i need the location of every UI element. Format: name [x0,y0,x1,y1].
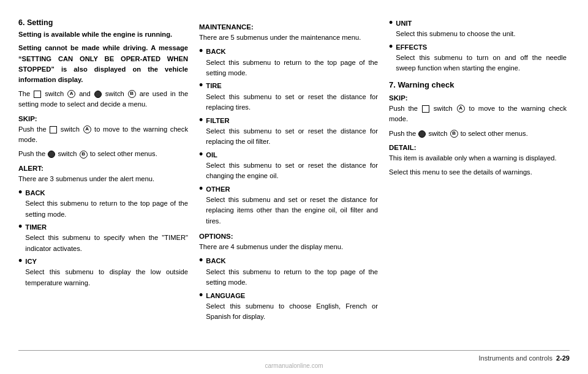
list-item: • FILTER Select this submenu to set or r… [199,116,378,148]
list-item: • LANGUAGE Select this submenu to choose… [199,291,378,323]
footer: Instruments and controls 2-29 [18,350,570,362]
bullet-dot: • [199,183,203,194]
bullet-dot: • [389,41,393,52]
maintenance-bullets: • BACK Select this submenu to return to … [199,47,378,226]
list-item: • TIRE Select this submenu to set or res… [199,81,378,113]
skip-label-a-left: A [83,125,91,133]
list-item: • OTHER Select this submenu and set or r… [199,184,378,226]
list-item: • EFFECTS Select this submenu to turn on… [389,42,567,74]
list-item: • TIMER Select this submenu to specify w… [18,222,188,254]
skip-label-a-right: A [457,105,465,113]
label-b-circle: B [128,90,136,98]
square-switch-icon-left [34,91,41,98]
right-column: • UNIT Select this submenu to choose the… [389,18,570,346]
maintenance-label: MAINTENANCE: [199,23,378,31]
left-column: 6. Setting Setting is available while th… [18,18,199,346]
list-item: • UNIT Select this submenu to choose the… [389,18,567,40]
list-item: • BACK Select this submenu to return to … [199,47,378,78]
skip-label-b-right: B [450,130,458,138]
list-item: • OIL Select this submenu to set or rese… [199,150,378,182]
para3: The switch A and switch B are used in th… [18,89,188,110]
middle-column: MAINTENANCE: There are 5 submenus under … [199,18,389,346]
bullet-dot: • [18,255,22,266]
bullet-dot: • [199,149,203,160]
bullet-dot: • [18,187,22,198]
alert-bullets: • BACK Select this submenu to return to … [18,188,188,288]
round-switch-icon-left [94,91,102,98]
options-bullets: • BACK Select this submenu to return to … [199,256,378,322]
skip-round-icon-right [418,130,426,138]
label-a-circle: A [67,90,75,98]
bullet-dot: • [199,290,203,301]
alert-label: ALERT: [18,165,188,172]
skip-line2-right: Push the switch B to select other menus. [389,129,567,139]
list-item: • BACK Select this submenu to return to … [199,256,378,288]
maintenance-intro: There are 5 submenus under the maintenan… [199,32,378,43]
detail-label: DETAIL: [389,144,567,151]
detail-line1: This item is available only when a warni… [389,153,567,163]
skip-label-left: SKIP: [18,115,188,122]
skip-line1-right: Push the switch A to move to the warning… [389,103,567,125]
skip-square-icon-left [50,126,57,133]
para1: Setting is available while the engine is… [18,29,188,40]
unit-effects-bullets: • UNIT Select this submenu to choose the… [389,18,567,74]
bullet-dot: • [389,17,393,28]
list-item: • BACK Select this submenu to return to … [18,188,188,220]
options-label: OPTIONS: [199,233,378,240]
footer-page-number: 2-29 [556,354,570,362]
bullet-dot: • [199,255,203,266]
section-title: 6. Setting [18,18,188,27]
skip-line1-left: Push the switch A to move to the warning… [18,124,188,146]
skip-line2-left: Push the switch B to select other menus. [18,149,188,159]
watermark: carmanualonline.com [0,362,588,369]
bullet-dot: • [199,45,203,56]
footer-label: Instruments and controls [479,354,552,362]
bullet-dot: • [199,114,203,125]
detail-line2: Select this menu to see the details of w… [389,167,567,178]
para2: Setting cannot be made while driving. A … [18,43,188,85]
warning-check-title: 7. Warning check [389,80,567,89]
list-item: • ICY Select this submenu to display the… [18,256,188,288]
alert-intro: There are 3 submenus under the alert men… [18,174,188,184]
skip-label-b-left: B [80,151,88,159]
bullet-dot: • [199,80,203,91]
skip-square-icon-right [422,105,429,113]
skip-round-icon-left [48,151,55,158]
bullet-dot: • [18,221,22,232]
skip-label-right: SKIP: [389,94,567,102]
options-intro: There are 4 submenus under the display m… [199,242,378,252]
